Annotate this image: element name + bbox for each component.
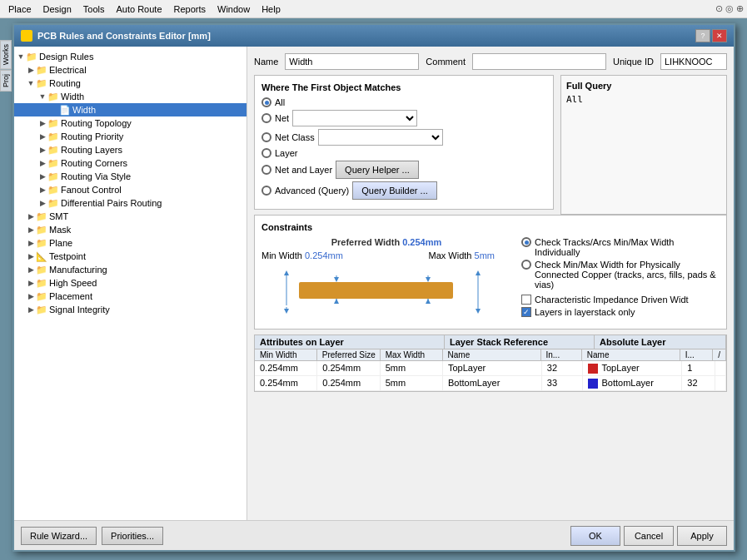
net-dropdown[interactable] [292, 110, 417, 126]
tree-label-smt: SMT [49, 211, 68, 221]
query-builder-button[interactable]: Query Builder ... [352, 181, 436, 200]
sub-header-slash: / [713, 349, 726, 360]
menu-reports[interactable]: Reports [169, 2, 212, 16]
ok-button[interactable]: OK [570, 526, 620, 546]
tree-item-routing-topology[interactable]: ▶ 📁 Routing Topology [14, 116, 247, 130]
help-button[interactable]: ? [695, 29, 710, 42]
dialog-body: ▼ 📁 Design Rules ▶ 📁 Electrical ▼ 📁 Rout… [14, 47, 734, 520]
netclass-dropdown[interactable] [318, 129, 443, 146]
close-button[interactable]: ✕ [712, 29, 727, 42]
cell-min-width-0: 0.254mm [255, 361, 317, 375]
preferred-width-label: Preferred Width 0.254mm [261, 237, 511, 247]
tree-item-routing-corners[interactable]: ▶ 📁 Routing Corners [14, 156, 247, 170]
tree-item-design-rules[interactable]: ▼ 📁 Design Rules [14, 50, 247, 63]
main-dialog: PCB Rules and Constraints Editor [mm] ? … [12, 23, 735, 552]
side-tab-works[interactable]: Works [0, 40, 12, 69]
cancel-button[interactable]: Cancel [624, 526, 674, 546]
rule-wizard-button[interactable]: Rule Wizard... [21, 527, 97, 545]
dialog-title-area: PCB Rules and Constraints Editor [mm] [21, 30, 211, 42]
priorities-button[interactable]: Priorities... [102, 527, 163, 545]
wire-diagram [261, 264, 511, 315]
folder-icon-placement: 📁 [36, 290, 47, 302]
comment-input[interactable] [472, 53, 606, 70]
constraints-inner: Preferred Width 0.254mm Min Width 0.254m… [261, 237, 720, 322]
max-width-label: Max Width 5mm [429, 250, 495, 260]
expander-plane: ▶ [26, 238, 36, 248]
menu-help[interactable]: Help [256, 2, 286, 16]
apply-button[interactable]: Apply [677, 526, 727, 546]
radio-row-netandlayer: Net and Layer Query Helper ... [261, 161, 546, 179]
dialog-icon [21, 30, 32, 42]
tree-item-plane[interactable]: ▶ 📁 Plane [14, 236, 247, 250]
cell-min-width-1: 0.254mm [255, 376, 317, 390]
folder-icon-high-speed: 📁 [36, 277, 47, 289]
tree-item-manufacturing[interactable]: ▶ 📁 Manufacturing [14, 263, 247, 276]
tree-item-placement[interactable]: ▶ 📁 Placement [14, 290, 247, 303]
group-header-absolute: Absolute Layer [595, 335, 726, 349]
tree-label-routing-via-style: Routing Via Style [61, 171, 131, 181]
sub-header-name: Name [443, 349, 541, 360]
radio-netclass[interactable] [261, 132, 271, 142]
menu-place[interactable]: Place [3, 2, 37, 16]
expander-testpoint: ▶ [26, 251, 36, 261]
tree-item-signal-integrity[interactable]: ▶ 📁 Signal Integrity [14, 303, 247, 316]
tree-item-routing[interactable]: ▼ 📁 Routing [14, 77, 247, 90]
menu-tools[interactable]: Tools [78, 2, 110, 16]
tree-item-width-rule[interactable]: 📄 Width [14, 103, 247, 116]
tree-item-fanout-control[interactable]: ▶ 📁 Fanout Control [14, 183, 247, 196]
name-input[interactable] [285, 53, 419, 70]
unique-id-input[interactable] [660, 53, 727, 70]
cell-max-width-0: 5mm [381, 361, 443, 375]
checkbox-impedance[interactable] [521, 295, 531, 305]
unique-id-label: Unique ID [613, 57, 654, 67]
dialog-title-text: PCB Rules and Constraints Editor [mm] [37, 31, 211, 41]
expander-routing-priority: ▶ [37, 131, 47, 141]
tree-item-mask[interactable]: ▶ 📁 Mask [14, 223, 247, 236]
tree-item-routing-via-style[interactable]: ▶ 📁 Routing Via Style [14, 170, 247, 183]
folder-icon-routing-via-style: 📁 [47, 171, 59, 182]
tree-item-width-folder[interactable]: ▼ 📁 Width [14, 90, 247, 103]
tree-item-routing-layers[interactable]: ▶ 📁 Routing Layers [14, 143, 247, 156]
tree-label-testpoint: Testpoint [49, 251, 86, 261]
tree-label-width-folder: Width [61, 92, 84, 102]
expander-width: ▼ [37, 92, 47, 102]
min-width-label: Min Width 0.254mm [261, 250, 343, 260]
radio-netandlayer[interactable] [261, 165, 271, 175]
menu-autoroute[interactable]: Auto Route [111, 2, 167, 16]
radio-layer[interactable] [261, 148, 271, 158]
menu-design[interactable]: Design [38, 2, 77, 16]
table-group-headers: Attributes on Layer Layer Stack Referenc… [255, 335, 726, 349]
tree-item-testpoint[interactable]: ▶ 📐 Testpoint [14, 250, 247, 263]
tree-item-high-speed[interactable]: ▶ 📁 High Speed [14, 276, 247, 290]
radio-check-tracks[interactable] [521, 237, 531, 247]
cell-abs-name-1: BottomLayer [583, 376, 682, 390]
expander-routing: ▼ [26, 78, 36, 88]
radio-check-connected[interactable] [521, 260, 531, 270]
expander-diff-pairs: ▶ [37, 198, 47, 208]
folder-icon-routing-priority: 📁 [47, 131, 59, 142]
expander-smt: ▶ [26, 211, 36, 221]
radio-net[interactable] [261, 113, 271, 123]
cell-max-width-1: 5mm [381, 376, 443, 390]
radio-row-layer: Layer [261, 148, 546, 158]
where-first-object-box: Where The First Object Matches All Net [254, 75, 554, 210]
tree-item-electrical[interactable]: ▶ 📁 Electrical [14, 63, 247, 77]
content-panel: Name Comment Unique ID Where The First O… [247, 47, 734, 520]
dialog-titlebar: PCB Rules and Constraints Editor [mm] ? … [14, 25, 734, 47]
radio-row-all: All [261, 97, 546, 107]
svg-marker-3 [284, 309, 289, 314]
svg-marker-1 [284, 270, 289, 275]
tree-item-routing-priority[interactable]: ▶ 📁 Routing Priority [14, 130, 247, 143]
checkbox-layerstack[interactable]: ✓ [521, 307, 531, 317]
query-helper-button[interactable]: Query Helper ... [336, 161, 419, 179]
check-row-2: Characteristic Impedance Driven Widt [521, 295, 720, 305]
tree-item-smt[interactable]: ▶ 📁 SMT [14, 210, 247, 223]
table-row-bottomlayer[interactable]: 0.254mm 0.254mm 5mm BottomLayer 33 Botto… [255, 376, 726, 391]
radio-all[interactable] [261, 97, 271, 107]
folder-icon-routing-layers: 📁 [47, 144, 59, 156]
table-row-toplayer[interactable]: 0.254mm 0.254mm 5mm TopLayer 32 TopLayer… [255, 361, 726, 376]
side-tab-proj[interactable]: Proj [0, 70, 12, 92]
tree-item-diff-pairs[interactable]: ▶ 📁 Differential Pairs Routing [14, 196, 247, 210]
radio-advanced[interactable] [261, 186, 271, 196]
menu-window[interactable]: Window [212, 2, 255, 16]
